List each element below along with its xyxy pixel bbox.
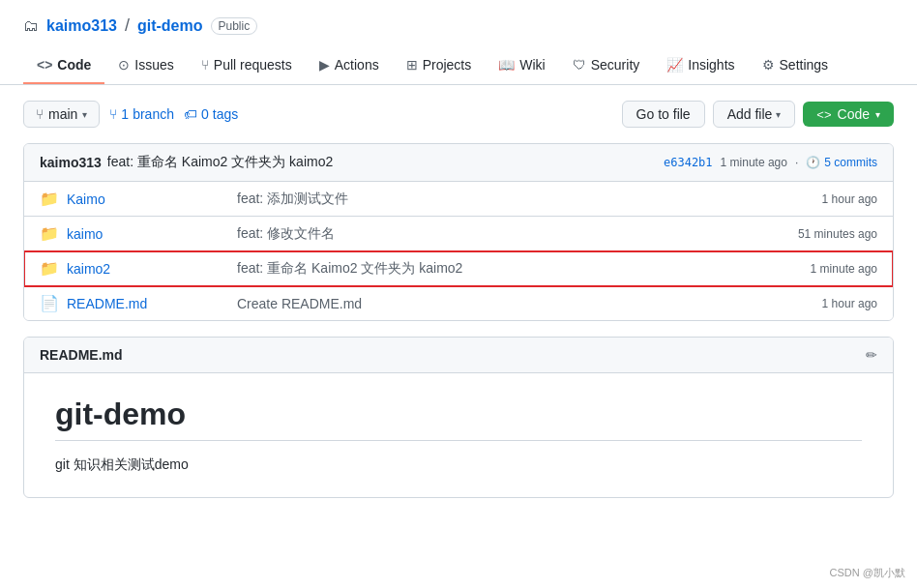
branch-label: branch bbox=[133, 106, 174, 122]
issues-icon: ⊙ bbox=[118, 57, 130, 73]
file-commit-message: feat: 重命名 Kaimo2 文件夹为 kaimo2 bbox=[222, 260, 811, 278]
branch-count-link[interactable]: ⑂ 1 branch bbox=[109, 106, 174, 122]
commit-hash[interactable]: e6342b1 bbox=[664, 156, 713, 169]
file-commit-message: Create README.md bbox=[222, 296, 822, 311]
nav-item-actions[interactable]: ▶ Actions bbox=[306, 47, 393, 84]
goto-file-button[interactable]: Go to file bbox=[622, 101, 705, 128]
file-row: 📁Kaimofeat: 添加测试文件1 hour ago bbox=[24, 182, 893, 217]
nav-label-insights: Insights bbox=[688, 57, 734, 73]
file-rows-container: 📁Kaimofeat: 添加测试文件1 hour ago📁kaimofeat: … bbox=[24, 182, 893, 320]
tag-count: 0 bbox=[201, 106, 209, 122]
file-row: 📁kaimofeat: 修改文件名51 minutes ago bbox=[24, 217, 893, 251]
projects-icon: ⊞ bbox=[406, 57, 418, 73]
file-name[interactable]: kaimo2 bbox=[67, 261, 222, 277]
branch-name: main bbox=[48, 106, 77, 122]
file-row: 📄README.mdCreate README.md1 hour ago bbox=[24, 286, 893, 320]
repo-header: 🗂 kaimo313 / git-demo Public <> Code ⊙ I… bbox=[0, 0, 917, 85]
settings-icon: ⚙ bbox=[762, 57, 775, 73]
nav-label-actions: Actions bbox=[335, 57, 379, 73]
toolbar-left: ⑂ main ▾ ⑂ 1 branch 🏷 0 tags bbox=[23, 101, 238, 128]
add-file-label: Add file bbox=[727, 106, 773, 122]
chevron-down-icon-add: ▾ bbox=[776, 109, 781, 120]
nav-label-settings: Settings bbox=[780, 57, 829, 73]
nav-list: <> Code ⊙ Issues ⑂ Pull requests ▶ Actio… bbox=[23, 47, 894, 84]
nav-label-projects: Projects bbox=[423, 57, 472, 73]
file-name[interactable]: kaimo bbox=[67, 226, 222, 242]
nav-label-wiki: Wiki bbox=[519, 57, 545, 73]
file-time: 1 hour ago bbox=[822, 192, 877, 206]
file-time: 51 minutes ago bbox=[798, 227, 877, 241]
repo-title-row: 🗂 kaimo313 / git-demo Public bbox=[23, 15, 894, 36]
file-name[interactable]: README.md bbox=[67, 296, 222, 311]
add-file-button[interactable]: Add file ▾ bbox=[713, 101, 796, 128]
readme-section: README.md ✏ git-demo git 知识相关测试demo bbox=[23, 337, 894, 498]
wiki-icon: 📖 bbox=[498, 57, 515, 73]
nav-item-security[interactable]: 🛡 Security bbox=[559, 47, 654, 84]
edit-icon[interactable]: ✏ bbox=[866, 347, 877, 363]
branch-fork-icon-small: ⑂ bbox=[109, 106, 117, 122]
readme-filename: README.md bbox=[40, 347, 123, 363]
chevron-down-icon: ▾ bbox=[82, 109, 87, 120]
file-table: kaimo313 feat: 重命名 Kaimo2 文件夹为 kaimo2 e6… bbox=[23, 143, 894, 321]
tag-icon: 🏷 bbox=[184, 106, 197, 122]
commits-history-link[interactable]: 🕐 5 commits bbox=[806, 156, 877, 169]
pullrequest-icon: ⑂ bbox=[201, 57, 209, 73]
commit-time: 1 minute ago bbox=[721, 156, 787, 169]
nav-label-pull-requests: Pull requests bbox=[214, 57, 292, 73]
repo-owner[interactable]: kaimo313 bbox=[46, 17, 117, 35]
commit-info: kaimo313 feat: 重命名 Kaimo2 文件夹为 kaimo2 bbox=[40, 154, 333, 171]
code-dropdown-button[interactable]: <> Code ▾ bbox=[803, 102, 894, 127]
file-name[interactable]: Kaimo bbox=[67, 191, 222, 207]
insights-icon: 📈 bbox=[666, 57, 683, 73]
folder-icon: 📁 bbox=[40, 190, 67, 208]
chevron-down-icon-code: ▾ bbox=[875, 109, 880, 120]
repo-icon: 🗂 bbox=[23, 17, 39, 35]
file-commit-message: feat: 修改文件名 bbox=[222, 225, 798, 243]
toolbar-right: Go to file Add file ▾ <> Code ▾ bbox=[622, 101, 894, 128]
commit-header: kaimo313 feat: 重命名 Kaimo2 文件夹为 kaimo2 e6… bbox=[24, 144, 893, 182]
watermark: CSDN @凯小默 bbox=[830, 566, 905, 580]
branch-fork-icon: ⑂ bbox=[36, 106, 44, 122]
nav-item-issues[interactable]: ⊙ Issues bbox=[104, 47, 187, 84]
readme-body: git-demo git 知识相关测试demo bbox=[24, 373, 893, 497]
file-row: 📁kaimo2feat: 重命名 Kaimo2 文件夹为 kaimo21 min… bbox=[24, 251, 893, 286]
nav-label-issues: Issues bbox=[134, 57, 173, 73]
nav-label-code: Code bbox=[57, 57, 91, 73]
nav-item-projects[interactable]: ⊞ Projects bbox=[393, 47, 486, 84]
readme-h1: git-demo bbox=[55, 397, 862, 441]
branch-selector-button[interactable]: ⑂ main ▾ bbox=[23, 101, 100, 128]
actions-icon: ▶ bbox=[319, 57, 330, 73]
code-button-label: Code bbox=[838, 106, 870, 122]
nav-item-pull-requests[interactable]: ⑂ Pull requests bbox=[188, 47, 306, 84]
nav-item-wiki[interactable]: 📖 Wiki bbox=[485, 47, 558, 84]
toolbar: ⑂ main ▾ ⑂ 1 branch 🏷 0 tags Go to file … bbox=[0, 85, 917, 143]
nav-item-insights[interactable]: 📈 Insights bbox=[653, 47, 748, 84]
nav-label-security: Security bbox=[591, 57, 640, 73]
nav-item-settings[interactable]: ⚙ Settings bbox=[749, 47, 843, 84]
repo-nav: <> Code ⊙ Issues ⑂ Pull requests ▶ Actio… bbox=[23, 47, 894, 84]
folder-icon: 📁 bbox=[40, 259, 67, 278]
commit-author[interactable]: kaimo313 bbox=[40, 155, 102, 170]
separator: · bbox=[795, 156, 798, 169]
file-time: 1 hour ago bbox=[822, 297, 877, 310]
commits-count: 5 commits bbox=[824, 156, 877, 169]
readme-description: git 知识相关测试demo bbox=[55, 456, 862, 474]
code-bracket-icon: <> bbox=[816, 107, 831, 122]
file-time: 1 minute ago bbox=[811, 262, 877, 276]
folder-icon: 📁 bbox=[40, 224, 67, 243]
security-icon: 🛡 bbox=[573, 57, 586, 73]
repo-separator: / bbox=[125, 15, 130, 36]
repo-visibility-badge: Public bbox=[211, 17, 258, 35]
tag-label: tags bbox=[213, 106, 238, 122]
commit-meta: e6342b1 1 minute ago · 🕐 5 commits bbox=[664, 156, 877, 169]
clock-icon: 🕐 bbox=[806, 156, 820, 169]
branch-count: 1 bbox=[121, 106, 129, 122]
commit-message: feat: 重命名 Kaimo2 文件夹为 kaimo2 bbox=[107, 154, 333, 171]
repo-name[interactable]: git-demo bbox=[137, 17, 203, 35]
readme-header: README.md ✏ bbox=[24, 338, 893, 373]
tag-count-link[interactable]: 🏷 0 tags bbox=[184, 106, 238, 122]
file-commit-message: feat: 添加测试文件 bbox=[222, 191, 822, 208]
file-icon: 📄 bbox=[40, 294, 67, 312]
nav-item-code[interactable]: <> Code bbox=[23, 47, 104, 84]
code-icon: <> bbox=[37, 57, 52, 73]
